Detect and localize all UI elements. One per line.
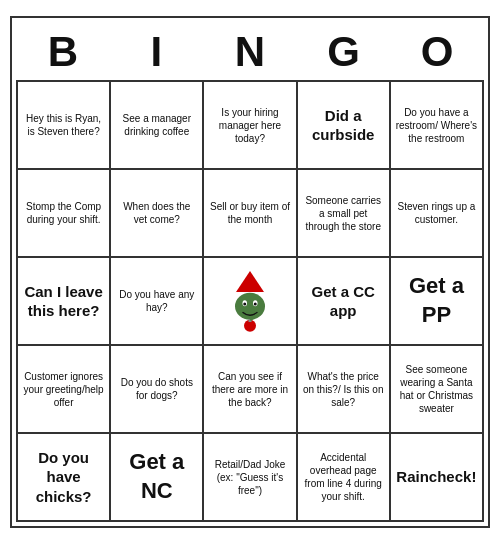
bingo-grid: Hey this is Ryan, is Steven there?See a …	[16, 80, 484, 522]
bingo-title: B I N G O	[16, 22, 484, 80]
bingo-cell-20[interactable]: Do you have chicks?	[18, 434, 111, 522]
bingo-cell-19[interactable]: See someone wearing a Santa hat or Chris…	[391, 346, 484, 434]
bingo-cell-18[interactable]: What's the price on this?/ Is this on sa…	[298, 346, 391, 434]
bingo-cell-13[interactable]: Get a CC app	[298, 258, 391, 346]
bingo-cell-7[interactable]: Sell or buy item of the month	[204, 170, 297, 258]
bingo-cell-10[interactable]: Can I leave this here?	[18, 258, 111, 346]
cell-text: Can I leave this here?	[22, 282, 105, 321]
letter-n: N	[206, 28, 294, 76]
bingo-cell-9[interactable]: Steven rings up a customer.	[391, 170, 484, 258]
svg-point-6	[254, 303, 257, 306]
cell-text: What's the price on this?/ Is this on sa…	[302, 370, 385, 409]
cell-text: Is your hiring manager here today?	[208, 106, 291, 145]
letter-o: O	[393, 28, 481, 76]
bingo-cell-12[interactable]	[204, 258, 297, 346]
grinch-image	[220, 266, 280, 336]
svg-point-5	[243, 303, 246, 306]
bingo-cell-8[interactable]: Someone carries a small pet through the …	[298, 170, 391, 258]
letter-g: G	[300, 28, 388, 76]
bingo-cell-6[interactable]: When does the vet come?	[111, 170, 204, 258]
bingo-cell-1[interactable]: See a manager drinking coffee	[111, 82, 204, 170]
cell-text: Get a CC app	[302, 282, 385, 321]
cell-text: Sell or buy item of the month	[208, 200, 291, 226]
cell-text: Steven rings up a customer.	[395, 200, 478, 226]
bingo-cell-15[interactable]: Customer ignores your greeting/help offe…	[18, 346, 111, 434]
cell-text: Stomp the Comp during your shift.	[22, 200, 105, 226]
cell-text: Get a PP	[395, 272, 478, 329]
bingo-cell-2[interactable]: Is your hiring manager here today?	[204, 82, 297, 170]
cell-text: Get a NC	[115, 448, 198, 505]
cell-text: When does the vet come?	[115, 200, 198, 226]
bingo-cell-0[interactable]: Hey this is Ryan, is Steven there?	[18, 82, 111, 170]
cell-text: Hey this is Ryan, is Steven there?	[22, 112, 105, 138]
bingo-cell-16[interactable]: Do you do shots for dogs?	[111, 346, 204, 434]
cell-text: Do you do shots for dogs?	[115, 376, 198, 402]
bingo-cell-22[interactable]: Retail/Dad Joke (ex: "Guess it's free")	[204, 434, 297, 522]
cell-text: Retail/Dad Joke (ex: "Guess it's free")	[208, 458, 291, 497]
cell-text: Do you have chicks?	[22, 448, 105, 507]
cell-text: Customer ignores your greeting/help offe…	[22, 370, 105, 409]
letter-i: I	[112, 28, 200, 76]
bingo-cell-17[interactable]: Can you see if there are more in the bac…	[204, 346, 297, 434]
cell-text: Did a curbside	[302, 106, 385, 145]
bingo-cell-5[interactable]: Stomp the Comp during your shift.	[18, 170, 111, 258]
cell-text: Raincheck!	[396, 467, 476, 487]
bingo-card: B I N G O Hey this is Ryan, is Steven th…	[10, 16, 490, 528]
cell-text: See someone wearing a Santa hat or Chris…	[395, 363, 478, 415]
bingo-cell-21[interactable]: Get a NC	[111, 434, 204, 522]
cell-text: Do you have any hay?	[115, 288, 198, 314]
cell-text: Do you have a restroom/ Where's the rest…	[395, 106, 478, 145]
bingo-cell-23[interactable]: Accidental overhead page from line 4 dur…	[298, 434, 391, 522]
bingo-cell-3[interactable]: Did a curbside	[298, 82, 391, 170]
svg-marker-0	[235, 271, 265, 294]
cell-text: See a manager drinking coffee	[115, 112, 198, 138]
cell-text: Can you see if there are more in the bac…	[208, 370, 291, 409]
letter-b: B	[19, 28, 107, 76]
cell-text: Accidental overhead page from line 4 dur…	[302, 451, 385, 503]
bingo-cell-4[interactable]: Do you have a restroom/ Where's the rest…	[391, 82, 484, 170]
bingo-cell-11[interactable]: Do you have any hay?	[111, 258, 204, 346]
bingo-cell-24[interactable]: Raincheck!	[391, 434, 484, 522]
cell-text: Someone carries a small pet through the …	[302, 194, 385, 233]
bingo-cell-14[interactable]: Get a PP	[391, 258, 484, 346]
